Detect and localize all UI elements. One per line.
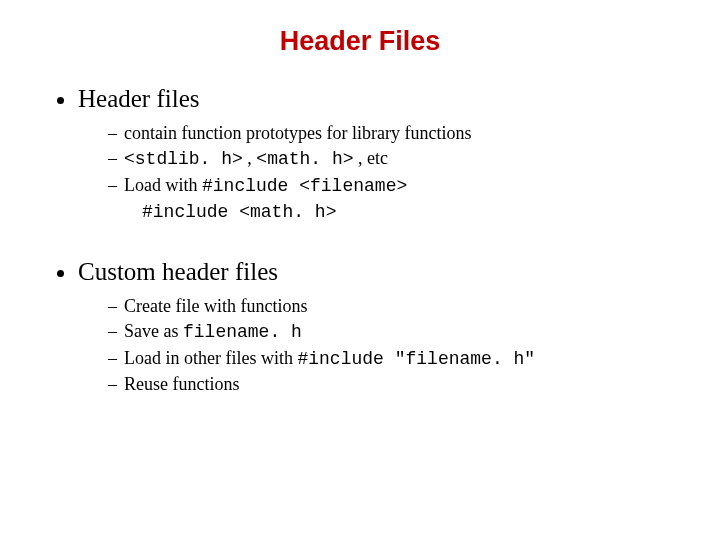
sub-list-1: contain function prototypes for library … xyxy=(78,121,668,198)
sep-1: , xyxy=(243,148,257,168)
sub-item-1-2: Load with #include <filename> xyxy=(108,173,668,198)
sub-item-1-1: <stdlib. h> , <math. h> , etc xyxy=(108,146,668,171)
sub-item-1-0-text: contain function prototypes for library … xyxy=(124,123,471,143)
code-include-filename: #include <filename> xyxy=(202,176,407,196)
section-heading-1: Header files contain function prototypes… xyxy=(78,85,668,224)
save-as-text: Save as xyxy=(124,321,183,341)
load-with-text: Load with xyxy=(124,175,202,195)
etc-text: , etc xyxy=(354,148,388,168)
bullet-list-2: Custom header files Create file with fun… xyxy=(52,258,668,396)
spacer xyxy=(52,230,668,258)
code-stdlib: <stdlib. h> xyxy=(124,149,243,169)
slide-title: Header Files xyxy=(52,26,668,57)
code-include-math: #include <math. h> xyxy=(142,202,336,222)
sub-item-2-1: Save as filename. h xyxy=(108,319,668,344)
section-heading-2-text: Custom header files xyxy=(78,258,278,285)
sub-item-2-3-text: Reuse functions xyxy=(124,374,239,394)
code-filename-h: filename. h xyxy=(183,322,302,342)
code-include-quoted: #include "filename. h" xyxy=(297,349,535,369)
code-math: <math. h> xyxy=(256,149,353,169)
sub-item-1-0: contain function prototypes for library … xyxy=(108,121,668,145)
sub-item-1-indent: #include <math. h> xyxy=(78,199,668,224)
section-heading-1-text: Header files xyxy=(78,85,199,112)
load-other-text: Load in other files with xyxy=(124,348,297,368)
sub-item-2-2: Load in other files with #include "filen… xyxy=(108,346,668,371)
bullet-list-1: Header files contain function prototypes… xyxy=(52,85,668,224)
sub-item-2-0-text: Create file with functions xyxy=(124,296,307,316)
sub-list-2: Create file with functions Save as filen… xyxy=(78,294,668,396)
sub-item-2-0: Create file with functions xyxy=(108,294,668,318)
section-heading-2: Custom header files Create file with fun… xyxy=(78,258,668,396)
sub-item-2-3: Reuse functions xyxy=(108,372,668,396)
slide: Header Files Header files contain functi… xyxy=(0,0,720,540)
